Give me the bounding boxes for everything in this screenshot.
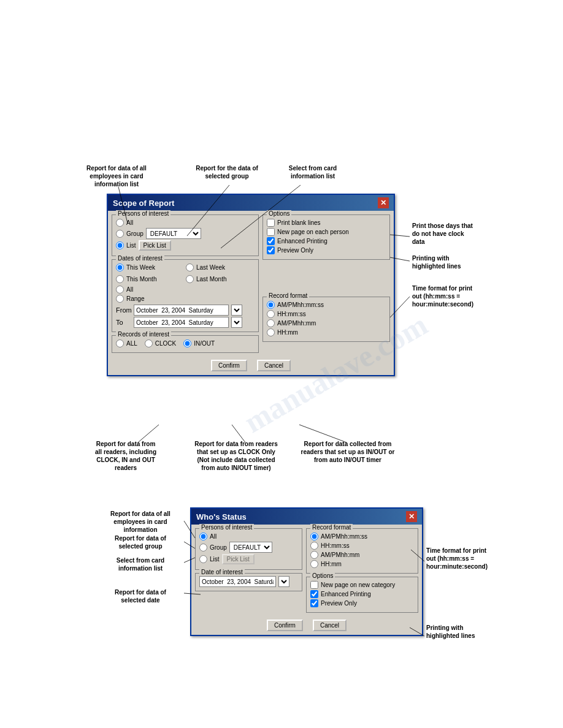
persons-list-radio[interactable] xyxy=(116,241,124,249)
preview-only-checkbox[interactable] xyxy=(267,246,275,254)
dialog2-cancel-button[interactable]: Cancel xyxy=(313,620,347,631)
annotation-enhanced-printing: Printing withhighlighted lines xyxy=(412,254,492,270)
dialog1-cancel-button[interactable]: Cancel xyxy=(257,360,291,371)
d2-record-format-group: Record format AM/PMhh:mm:ss HH:mm:ss AM/… xyxy=(306,528,418,574)
records-clock-row: CLOCK xyxy=(145,339,176,347)
records-clock-label: CLOCK xyxy=(155,340,176,347)
records-row: ALL CLOCK IN/OUT xyxy=(116,338,255,349)
d2-hh-mm-ss-radio[interactable] xyxy=(310,542,318,550)
annotation-print-blank: Print those days thatdo not have clockda… xyxy=(412,222,492,246)
d2-date-row: October 23, 2004 Saturday ▼ xyxy=(199,576,298,587)
last-week-label: Last Week xyxy=(196,264,225,271)
persons-group-select[interactable]: DEFAULT xyxy=(146,228,201,239)
dates-group-title: Dates of interest xyxy=(116,255,164,262)
from-date-dropdown[interactable]: ▼ xyxy=(231,305,242,316)
d2-persons-title: Persons of interest xyxy=(199,524,254,531)
enhanced-printing-label: Enhanced Printing xyxy=(277,238,327,245)
d2-ampm-hhmmss-label: AM/PMhh:mm:ss xyxy=(321,533,367,540)
hh-mm-ss-radio[interactable] xyxy=(267,310,275,318)
last-week-row: Last Week xyxy=(186,264,255,271)
d2-persons-list-radio[interactable] xyxy=(199,555,207,563)
d2-hh-mm-label: HH:mm xyxy=(321,561,342,567)
d2-date-input[interactable]: October 23, 2004 Saturday xyxy=(199,576,276,587)
records-inout-radio[interactable] xyxy=(183,339,191,347)
dialog1-body: Persons of interest All Group DEFAULT xyxy=(108,211,394,375)
print-blank-checkbox[interactable] xyxy=(267,219,275,227)
d2-persons-group-label: Group xyxy=(210,544,227,551)
d2-ampm-hhmm-radio[interactable] xyxy=(310,551,318,559)
to-date-input[interactable]: October 23, 2004 Saturday xyxy=(134,317,229,328)
hh-mm-ss-label: HH:mm:ss xyxy=(277,311,306,317)
record-format-group: Record format AM/PMhh:mm:ss HH:mm:ss AM/… xyxy=(262,297,390,342)
all-dates-radio[interactable] xyxy=(116,286,124,294)
to-label: To xyxy=(116,319,131,326)
last-month-radio[interactable] xyxy=(186,275,194,283)
d2-new-page-label: New page on new category xyxy=(321,582,395,588)
range-radio[interactable] xyxy=(116,295,124,303)
new-page-checkbox[interactable] xyxy=(267,228,275,236)
persons-all-radio[interactable] xyxy=(116,219,124,227)
annotation-d2-time-format: Time format for printout (hh:mm:ss =hour… xyxy=(426,547,512,571)
d2-preview-only-row: Preview Only xyxy=(310,599,414,607)
d2-hh-mm-ss-row: HH:mm:ss xyxy=(310,542,414,550)
scope-of-report-dialog: Scope of Report ✕ Persons of interest Al… xyxy=(107,194,395,376)
d2-enhanced-printing-row: Enhanced Printing xyxy=(310,590,414,598)
ampm-hhmm-ss-row: AM/PMhh:mm:ss xyxy=(267,301,386,309)
ampm-hhmmss-radio[interactable] xyxy=(267,301,275,309)
dialog2-confirm-button[interactable]: Confirm xyxy=(267,620,303,631)
from-label: From xyxy=(116,306,131,314)
persons-group-radio[interactable] xyxy=(116,230,124,238)
dialog1-titlebar: Scope of Report ✕ xyxy=(108,195,394,211)
d2-persons-group-radio[interactable] xyxy=(199,544,207,552)
record-format-title: Record format xyxy=(267,292,309,299)
d2-enhanced-printing-label: Enhanced Printing xyxy=(321,591,371,597)
to-date-dropdown[interactable]: ▼ xyxy=(231,317,242,328)
records-inout-label: IN/OUT xyxy=(194,340,215,347)
dialog1-close-button[interactable]: ✕ xyxy=(378,197,389,208)
d2-preview-only-checkbox[interactable] xyxy=(310,599,318,607)
dialog1-confirm-button[interactable]: Confirm xyxy=(211,360,247,371)
dialog2-title: Who's Status xyxy=(196,512,247,521)
dialog2-buttons: Confirm Cancel xyxy=(195,620,418,631)
d2-hh-mm-radio[interactable] xyxy=(310,560,318,568)
dialog2-close-button[interactable]: ✕ xyxy=(406,511,417,522)
preview-only-row: Preview Only xyxy=(267,246,386,254)
persons-group-title: Persons of interest xyxy=(116,210,170,217)
hh-mm-label: HH:mm xyxy=(277,329,298,336)
d2-persons-group-select[interactable]: DEFAULT xyxy=(229,542,272,553)
options-group: Options Print blank lines New page on ea… xyxy=(262,214,390,260)
d2-ampm-hhmmss-row: AM/PMhh:mm:ss xyxy=(310,533,414,540)
this-month-radio[interactable] xyxy=(116,275,124,283)
enhanced-printing-checkbox[interactable] xyxy=(267,237,275,245)
pick-list-button[interactable]: Pick List xyxy=(139,240,171,251)
d2-pick-list-button[interactable]: Pick List xyxy=(222,554,255,564)
preview-only-label: Preview Only xyxy=(277,247,313,254)
d2-ampm-hhmmss-radio[interactable] xyxy=(310,533,318,540)
d2-new-page-checkbox[interactable] xyxy=(310,581,318,589)
from-date-input[interactable]: October 23, 2004 Saturday xyxy=(134,305,229,316)
d2-persons-all-row: All xyxy=(199,533,298,540)
d2-persons-all-label: All xyxy=(210,533,216,540)
d2-persons-group-row: Group DEFAULT xyxy=(199,542,298,553)
records-all-radio[interactable] xyxy=(116,339,124,347)
records-clock-radio[interactable] xyxy=(145,339,153,347)
d2-record-format-title: Record format xyxy=(310,524,353,531)
persons-all-label: All xyxy=(126,219,133,226)
d2-date-dropdown[interactable]: ▼ xyxy=(278,576,289,587)
last-week-radio[interactable] xyxy=(186,264,194,271)
d2-persons-group: Persons of interest All Group DEFAULT xyxy=(195,528,302,570)
hh-mm-ss-row: HH:mm:ss xyxy=(267,310,386,318)
annotation-time-format: Time format for printout (hh:mm:ss =hour… xyxy=(412,284,498,308)
records-group: Records of interest ALL CLOCK IN/OUT xyxy=(112,335,259,353)
d2-enhanced-printing-checkbox[interactable] xyxy=(310,590,318,598)
d2-persons-all-radio[interactable] xyxy=(199,533,207,540)
this-week-radio[interactable] xyxy=(116,264,124,271)
hh-mm-radio[interactable] xyxy=(267,328,275,336)
ampm-hhmm-row: AM/PMhh:mm xyxy=(267,319,386,327)
enhanced-printing-row: Enhanced Printing xyxy=(267,237,386,245)
ampm-hhmm-label: AM/PMhh:mm xyxy=(277,320,316,327)
ampm-hhmm-radio[interactable] xyxy=(267,319,275,327)
this-week-row: This Week xyxy=(116,264,185,271)
d2-options-group: Options New page on new category Enhance… xyxy=(306,577,418,613)
records-inout-row: IN/OUT xyxy=(183,339,215,347)
